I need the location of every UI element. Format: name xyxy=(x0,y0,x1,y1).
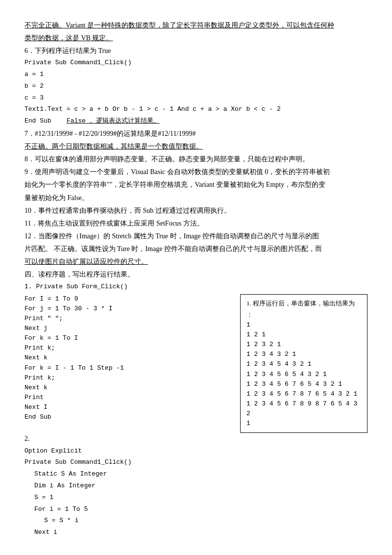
code-line-9: Next k xyxy=(24,383,230,393)
q1-label: 1. Private Sub Form_Click() xyxy=(24,281,368,292)
output-line-3: 1 2 3 4 3 2 1 xyxy=(246,350,361,359)
q2-code-5: For i = 1 To 5 xyxy=(34,505,368,515)
q6-code-0: Private Sub Command1_Click() xyxy=(24,58,368,68)
output-line-0: 1 xyxy=(246,320,361,330)
q12-line1: 12．当图像控件（Image）的 Stretch 属性为 True 时，Imag… xyxy=(24,230,368,242)
q6-code-3: c = 3 xyxy=(24,93,368,103)
code-line-5: Print k; xyxy=(24,343,230,353)
q2-code-6: S = S * i xyxy=(44,516,368,526)
q7-label: 7．#12/31/1999# - #12/20/1999#的运算结果是#12/1… xyxy=(24,128,368,139)
q2-code-7: Next i xyxy=(34,528,368,538)
q2-code-1: Private Sub Command1_Click() xyxy=(24,457,368,468)
q12-line3: 可以使图片自动扩展以适应控件的尺寸。 xyxy=(24,256,368,267)
code-line-6: Next k xyxy=(24,353,230,363)
output-line-4: 1 2 3 4 5 4 3 2 1 xyxy=(246,359,361,369)
right-box-title: 1. 程序运行后，单击窗体，输出结果为 xyxy=(246,299,361,308)
code-line-2: Print " "; xyxy=(24,314,230,324)
intro-line1: 不完全正确。Variant 是一种特殊的数据类型，除了定长字符串数据及用户定义类… xyxy=(24,20,368,31)
q6-code-1: a = 1 xyxy=(24,70,368,80)
output-line-1: 1 2 1 xyxy=(246,330,361,340)
output-line-8: 1 2 3 4 5 6 7 8 9 8 7 6 5 4 3 2 xyxy=(246,399,361,419)
output-line-9: 1 xyxy=(246,419,361,429)
q8-label: 8．可以在窗体的通用部分声明静态变量。不正确。静态变量为局部变量，只能在过程中声… xyxy=(24,153,368,165)
q1-output-box: 1. 程序运行后，单击窗体，输出结果为 ： 1 1 2 1 1 2 3 2 1 … xyxy=(240,294,368,433)
q9-line3: 量被初始化为 False。 xyxy=(24,192,368,203)
output-line-2: 1 2 3 2 1 xyxy=(246,340,361,350)
code-line-8: Print k; xyxy=(24,373,230,383)
q10-label: 10．事件过程通常由事件驱动执行，而 Sub 过程通过过程调用执行。 xyxy=(24,205,368,216)
q1-left-code: For I = 1 To 9 For j = 1 To 30 - 3 * I P… xyxy=(24,294,230,433)
code-line-0: For I = 1 To 9 xyxy=(24,294,230,304)
q2-label: 2. xyxy=(24,433,368,444)
code-line-4: For k = 1 To I xyxy=(24,333,230,343)
q2-code-2: Static S As Integer xyxy=(34,469,368,479)
output-line-7: 1 2 3 4 5 6 7 8 7 6 5 4 3 2 1 xyxy=(246,389,361,399)
q2-code-4: S = 1 xyxy=(34,493,368,503)
q9-line2: 始化为一个零长度的字符串""，定长字符串用空格填充，Variant 变量被初始化… xyxy=(24,179,368,190)
code-line-11: Next I xyxy=(24,403,230,412)
code-line-3: Next j xyxy=(24,324,230,333)
q2-code-0: Option Explicit xyxy=(24,446,368,456)
q12-line2: 片匹配。 不正确。该属性设为 Ture 时，Image 控件不能自动调整自己的尺… xyxy=(24,243,368,254)
code-line-7: For k = I - 1 To 1 Step -1 xyxy=(24,363,230,373)
right-colon: ： xyxy=(246,310,361,320)
code-line-10: Print xyxy=(24,393,230,403)
q1-section: For I = 1 To 9 For j = 1 To 30 - 3 * I P… xyxy=(24,294,368,433)
q9-line1: 9．使用声明语句建立一个变量后，Visual Basic 会自动对数值类型的变量… xyxy=(24,166,368,177)
output-line-6: 1 2 3 4 5 6 7 6 5 4 3 2 1 xyxy=(246,379,361,389)
q6-code-5: End Sub False 。逻辑表达式计算结果。 xyxy=(24,116,368,126)
q7-answer: 不正确。两个日期型数据相减，其结果是一个数值型数据。 xyxy=(24,141,368,152)
q2-code-3: Dim i As Integer xyxy=(34,481,368,491)
q6-code-2: b = 2 xyxy=(24,81,368,92)
output-line-5: 1 2 3 4 5 6 5 4 3 2 1 xyxy=(246,370,361,379)
q11-label: 11．将焦点主动设置到控件或窗体上应采用 SetFocus 方法。 xyxy=(24,218,368,229)
q6-code-4: Text1.Text = c > a + b Or b - 1 > c - 1 … xyxy=(24,104,368,115)
code-line-12: End Sub xyxy=(24,412,230,422)
intro-line2: 类型的数据，这是 VB 规定。 xyxy=(24,32,368,44)
q6-label: 6．下列程序运行结果为 True xyxy=(24,45,368,56)
main-content: 不完全正确。Variant 是一种特殊的数据类型，除了定长字符串数据及用户定义类… xyxy=(24,20,368,538)
section4-label: 四、读程序题，写出程序运行结果。 xyxy=(24,269,368,280)
code-line-1: For j = 1 To 30 - 3 * I xyxy=(24,304,230,314)
